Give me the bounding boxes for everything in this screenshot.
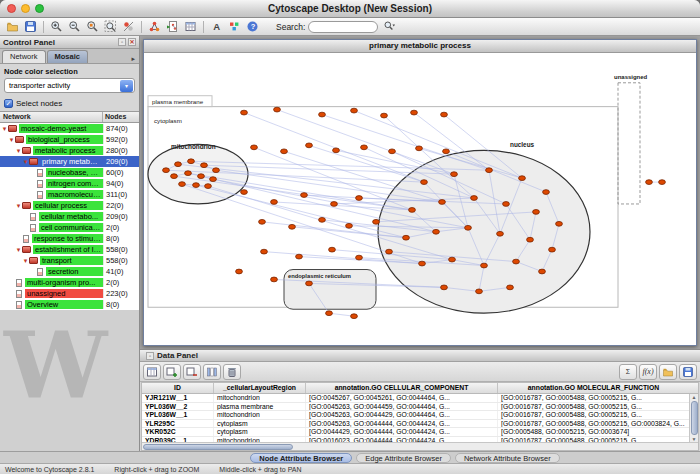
tree-item[interactable]: nitrogen compou...94(0) xyxy=(0,178,139,189)
color-attribute-select[interactable]: transporter activity ▾ xyxy=(4,78,135,93)
float-panel-icon[interactable]: ▫ xyxy=(118,38,126,46)
network-node[interactable] xyxy=(356,255,363,260)
zoom-in-icon[interactable] xyxy=(48,19,65,35)
import-attributes-icon[interactable] xyxy=(182,19,199,35)
network-node[interactable] xyxy=(346,223,353,228)
select-attributes-icon[interactable] xyxy=(143,364,161,380)
tree-column-nodes[interactable]: Nodes xyxy=(103,112,139,122)
window-titlebar[interactable]: Cytoscape Desktop (New Session) xyxy=(0,0,700,18)
tree-item[interactable]: Overview8(0) xyxy=(0,299,139,310)
scroll-up-icon[interactable]: ▲ xyxy=(692,394,697,400)
create-network-icon[interactable] xyxy=(146,19,163,35)
network-node[interactable] xyxy=(389,149,396,154)
sum-icon[interactable]: Σ xyxy=(619,364,637,380)
save-session-icon[interactable] xyxy=(22,19,39,35)
network-node[interactable] xyxy=(329,247,336,252)
network-node[interactable] xyxy=(306,281,313,286)
expand-toggle-icon[interactable]: ▾ xyxy=(8,136,15,144)
float-data-panel-icon[interactable]: ▫ xyxy=(146,352,154,360)
table-row[interactable]: YKR052Ccytoplasm[GO:0044429, GO:0044444,… xyxy=(142,428,689,437)
network-node[interactable] xyxy=(556,221,563,226)
tab-scroll-right-icon[interactable]: ▸ xyxy=(129,55,137,63)
table-row[interactable]: YLR295Ccytoplasm[GO:0045263, GO:0044444,… xyxy=(142,420,689,429)
network-node[interactable] xyxy=(236,269,243,274)
tree-item[interactable]: macromolecule...311(0) xyxy=(0,189,139,200)
tab-node-attribute-browser[interactable]: Node Attribute Browser xyxy=(250,453,352,463)
network-node[interactable] xyxy=(213,168,220,173)
zoom-window-icon[interactable] xyxy=(35,4,44,13)
network-node[interactable] xyxy=(539,269,546,274)
tree-item[interactable]: ▾establishment of lo...558(0) xyxy=(0,244,139,255)
network-node[interactable] xyxy=(179,182,186,187)
column-header[interactable]: annotation.GO MOLECULAR_FUNCTION xyxy=(498,383,689,393)
network-node[interactable] xyxy=(301,193,308,198)
scrollbar-thumb[interactable] xyxy=(691,401,698,435)
tree-item[interactable]: nucleobase, nucleo...60(0) xyxy=(0,167,139,178)
network-window[interactable]: primary metabolic process plasma membran… xyxy=(143,39,697,346)
vizmapper-icon[interactable] xyxy=(226,19,243,35)
open-session-icon[interactable] xyxy=(4,19,21,35)
tree-item[interactable]: response to stimul...8(0) xyxy=(0,233,139,244)
network-node[interactable] xyxy=(361,145,368,150)
network-node[interactable] xyxy=(403,235,410,240)
network-graph[interactable]: plasma membranecytoplasmmitochondrionnuc… xyxy=(144,53,696,345)
network-node[interactable] xyxy=(443,149,450,154)
network-node[interactable] xyxy=(513,259,520,264)
network-node[interactable] xyxy=(451,172,458,177)
network-node[interactable] xyxy=(416,146,423,151)
network-node[interactable] xyxy=(481,263,488,268)
column-header[interactable]: _cellularLayoutRegion xyxy=(214,383,306,393)
network-node[interactable] xyxy=(549,247,556,252)
network-node[interactable] xyxy=(185,171,192,176)
select-columns-icon[interactable] xyxy=(203,364,221,380)
delete-rows-icon[interactable] xyxy=(223,364,241,380)
network-node[interactable] xyxy=(306,143,313,148)
tree-item[interactable]: ▾cellular process22(0) xyxy=(0,200,139,211)
network-node[interactable] xyxy=(331,202,338,207)
table-vertical-scrollbar[interactable]: ▲ ▼ xyxy=(689,394,698,442)
network-node[interactable] xyxy=(373,219,380,224)
scrollbar-thumb[interactable] xyxy=(143,444,293,450)
close-window-icon[interactable] xyxy=(7,4,16,13)
tree-item[interactable]: multi-organism pro...2(0) xyxy=(0,277,139,288)
network-node[interactable] xyxy=(271,200,278,205)
network-node[interactable] xyxy=(411,110,418,115)
tree-item[interactable]: unassigned223(0) xyxy=(0,288,139,299)
network-node[interactable] xyxy=(163,168,170,173)
tab-mosaic[interactable]: Mosaic xyxy=(47,50,88,63)
network-node[interactable] xyxy=(471,196,478,201)
tree-item[interactable]: ▾metabolic process280(0) xyxy=(0,145,139,156)
network-node[interactable] xyxy=(241,190,248,195)
network-node[interactable] xyxy=(259,219,266,224)
network-node[interactable] xyxy=(646,180,653,185)
network-edge[interactable] xyxy=(322,115,489,171)
network-node[interactable] xyxy=(503,202,510,207)
expand-toggle-icon[interactable]: ▾ xyxy=(22,158,29,166)
network-node[interactable] xyxy=(497,231,504,236)
network-node[interactable] xyxy=(281,149,288,154)
tree-item[interactable]: ▾primary metabolic proc209(0) xyxy=(0,156,139,167)
close-panel-icon[interactable]: ✕ xyxy=(128,38,136,46)
search-input[interactable] xyxy=(308,21,378,33)
expand-toggle-icon[interactable]: ▾ xyxy=(1,125,8,133)
tree-item[interactable]: cell communicat...2(0) xyxy=(0,222,139,233)
table-row[interactable]: YPL036W__2plasma membrane[GO:0045263, GO… xyxy=(142,403,689,412)
expand-toggle-icon[interactable]: ▾ xyxy=(15,147,22,155)
network-node[interactable] xyxy=(171,174,178,179)
zoom-out-icon[interactable] xyxy=(66,19,83,35)
network-node[interactable] xyxy=(381,113,388,118)
network-node[interactable] xyxy=(296,254,303,259)
network-node[interactable] xyxy=(188,159,195,164)
expand-toggle-icon[interactable]: ▾ xyxy=(15,246,22,254)
search-config-icon[interactable] xyxy=(381,19,398,35)
network-node[interactable] xyxy=(386,249,393,254)
network-node[interactable] xyxy=(356,196,363,201)
new-attribute-icon[interactable] xyxy=(163,364,181,380)
network-node[interactable] xyxy=(527,237,534,242)
column-header[interactable]: annotation.GO CELLULAR_COMPONENT xyxy=(306,383,498,393)
network-node[interactable] xyxy=(476,289,483,294)
network-node[interactable] xyxy=(507,285,514,290)
network-node[interactable] xyxy=(419,261,426,266)
network-node[interactable] xyxy=(486,168,493,173)
network-edge[interactable] xyxy=(196,185,406,238)
